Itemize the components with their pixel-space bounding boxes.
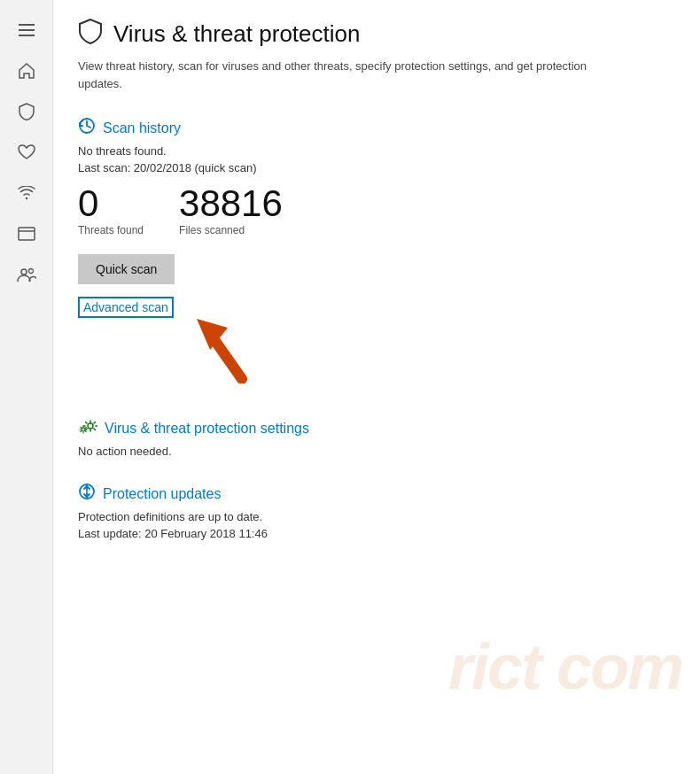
page-title: Virus & threat protection (113, 20, 360, 48)
quick-scan-button[interactable]: Quick scan (78, 254, 175, 284)
protection-updates-title-row: Protection updates (78, 483, 675, 505)
svg-rect-2 (19, 35, 35, 36)
sidebar (0, 0, 53, 774)
svg-rect-0 (19, 24, 35, 26)
protection-settings-section: Virus & threat protection settings No ac… (78, 417, 675, 458)
shield-icon[interactable] (9, 94, 44, 129)
files-stat: 38816 Files scanned (179, 185, 283, 236)
page-title-row: Virus & threat protection (78, 18, 675, 50)
browser-icon[interactable] (9, 216, 44, 252)
watermark: rict com (448, 631, 682, 703)
files-scanned-number: 38816 (179, 185, 283, 222)
protection-settings-status: No action needed. (78, 445, 675, 458)
health-icon[interactable] (9, 135, 44, 170)
protection-updates-icon (78, 483, 96, 505)
scan-buttons: Quick scan Advanced scan (78, 254, 675, 392)
protection-updates-last-update: Last update: 20 February 2018 11:46 (78, 527, 675, 540)
scan-history-title: Scan history (103, 120, 181, 136)
scan-history-title-row: Scan history (78, 117, 675, 139)
svg-point-5 (21, 269, 27, 275)
hamburger-menu-icon[interactable] (9, 12, 44, 48)
files-scanned-label: Files scanned (179, 224, 283, 236)
scan-history-last-scan: Last scan: 20/02/2018 (quick scan) (78, 161, 675, 174)
threats-stat: 0 Threats found (78, 185, 144, 236)
threats-found-label: Threats found (78, 224, 144, 236)
protection-settings-icon (78, 417, 97, 439)
protection-updates-title: Protection updates (103, 486, 221, 502)
scan-history-icon (78, 117, 96, 139)
protection-settings-title-row: Virus & threat protection settings (78, 417, 675, 439)
svg-rect-3 (19, 228, 35, 240)
svg-point-11 (82, 428, 85, 431)
stats-row: 0 Threats found 38816 Files scanned (78, 185, 675, 236)
page-shield-icon (78, 18, 103, 50)
scan-history-section: Scan history No threats found. Last scan… (78, 117, 675, 392)
home-icon[interactable] (9, 53, 44, 89)
svg-rect-1 (19, 29, 35, 31)
arrow-icon (193, 317, 273, 383)
threats-found-number: 0 (78, 185, 144, 222)
people-icon[interactable] (9, 257, 44, 292)
wifi-icon[interactable] (9, 175, 44, 211)
svg-point-6 (28, 269, 33, 274)
scan-history-status: No threats found. (78, 144, 675, 158)
main-content: Virus & threat protection View threat hi… (53, 0, 700, 774)
svg-point-10 (88, 423, 93, 429)
advanced-scan-link[interactable]: Advanced scan (78, 297, 174, 318)
arrow-decoration (78, 330, 675, 392)
page-subtitle: View threat history, scan for viruses an… (78, 58, 592, 92)
protection-updates-section: Protection updates Protection definition… (78, 483, 675, 540)
protection-settings-title: Virus & threat protection settings (105, 421, 309, 437)
protection-updates-status: Protection definitions are up to date. (78, 510, 675, 523)
